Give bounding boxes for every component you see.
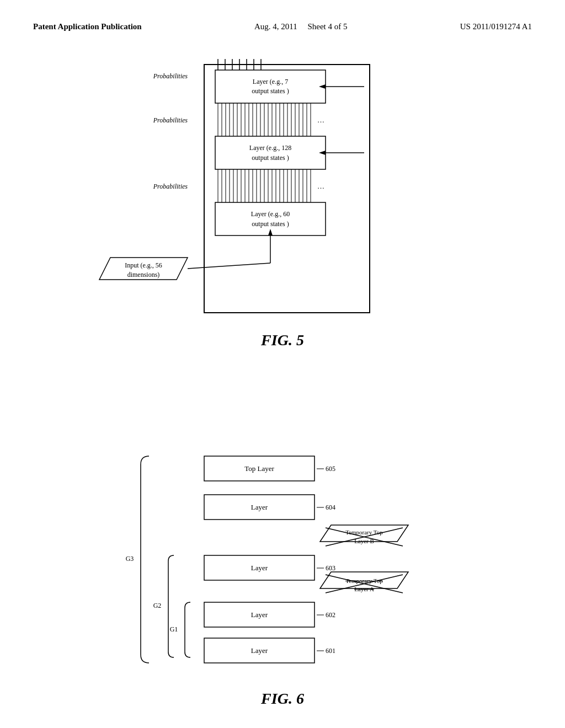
svg-text:Layer (e.g., 7: Layer (e.g., 7 [253, 78, 288, 85]
svg-text:output states ): output states ) [252, 154, 289, 162]
sheet-number: Sheet 4 of 5 [307, 22, 347, 31]
patent-publication-label: Patent Application Publication [33, 22, 142, 31]
svg-text:603: 603 [326, 564, 335, 572]
svg-rect-1 [215, 70, 326, 103]
header-left: Patent Application Publication [33, 22, 142, 31]
header-center: Aug. 4, 2011 Sheet 4 of 5 [254, 22, 348, 31]
svg-marker-78 [268, 229, 273, 235]
svg-text:…: … [317, 116, 324, 124]
svg-text:Probabilities: Probabilities [153, 116, 188, 124]
svg-text:output states ): output states ) [252, 87, 289, 95]
svg-text:G1: G1 [170, 625, 178, 633]
svg-text:601: 601 [326, 647, 335, 655]
svg-line-82 [188, 263, 270, 269]
main-content: Layer (e.g., 7 output states ) Probabili… [0, 42, 565, 726]
svg-text:602: 602 [326, 611, 335, 619]
svg-text:604: 604 [326, 504, 335, 511]
svg-text:605: 605 [326, 465, 335, 473]
svg-marker-13 [319, 84, 326, 89]
svg-text:Layer: Layer [251, 503, 268, 511]
svg-text:Probabilities: Probabilities [153, 183, 188, 190]
svg-marker-46 [319, 151, 326, 155]
fig6-label: FIG. 6 [33, 690, 532, 708]
svg-text:Layer (e.g., 128: Layer (e.g., 128 [249, 144, 291, 152]
svg-text:Layer: Layer [251, 611, 268, 619]
svg-text:Layer: Layer [251, 646, 268, 655]
patent-number: US 2011/0191274 A1 [460, 22, 532, 31]
svg-text:G3: G3 [126, 555, 134, 563]
svg-text:Layer: Layer [251, 564, 268, 572]
svg-rect-0 [204, 65, 370, 313]
svg-rect-42 [215, 136, 326, 169]
svg-text:dimensions): dimensions) [127, 271, 160, 279]
publication-date: Aug. 4, 2011 [254, 22, 297, 31]
svg-text:Input (e.g., 56: Input (e.g., 56 [125, 261, 162, 269]
svg-rect-14 [215, 103, 315, 136]
svg-text:Layer A: Layer A [354, 586, 374, 592]
svg-text:G2: G2 [153, 602, 162, 609]
header-right: US 2011/0191274 A1 [460, 22, 532, 31]
page-header: Patent Application Publication Aug. 4, 2… [0, 0, 565, 42]
svg-text:Top Layer: Top Layer [244, 464, 274, 473]
svg-text:…: … [317, 182, 324, 190]
svg-text:output states ): output states ) [252, 220, 289, 228]
svg-text:Layer (e.g., 60: Layer (e.g., 60 [251, 210, 290, 218]
svg-text:Probabilities: Probabilities [153, 72, 188, 80]
svg-text:Temporary Top: Temporary Top [345, 529, 383, 536]
fig5-diagram: Layer (e.g., 7 output states ) Probabili… [33, 53, 532, 340]
fig6-diagram: Layer 601 Layer 602 Temporary Top Layer … [33, 346, 532, 704]
